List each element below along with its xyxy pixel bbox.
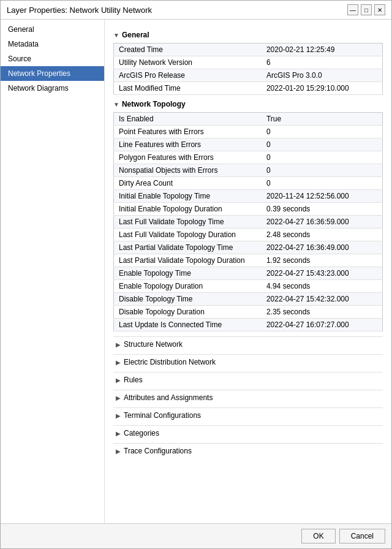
electric-distribution-network-chevron-icon: ▶ bbox=[116, 359, 121, 366]
property-value: 2020-02-21 12:25:49 bbox=[262, 44, 383, 56]
title-bar: Layer Properties: Network Utility Networ… bbox=[1, 1, 391, 20]
collapsible-section-attributes-and-assignments: ▶Attributes and Assignments bbox=[113, 390, 383, 405]
table-row: Last Full Validate Topology Duration2.48… bbox=[114, 229, 383, 241]
property-label: Disable Topology Time bbox=[114, 293, 262, 306]
table-row: Enable Topology Time2022-04-27 15:43:23.… bbox=[114, 267, 383, 280]
property-value: 0 bbox=[262, 151, 383, 164]
sidebar-item-general[interactable]: General bbox=[1, 22, 104, 37]
table-row: Last Update Is Connected Time2022-04-27 … bbox=[114, 319, 383, 331]
table-row: ArcGIS Pro ReleaseArcGIS Pro 3.0.0 bbox=[114, 69, 383, 82]
attributes-and-assignments-label: Attributes and Assignments bbox=[124, 393, 213, 402]
topology-chevron-icon: ▼ bbox=[113, 101, 119, 108]
property-value: 0.39 seconds bbox=[262, 203, 383, 216]
collapsible-header-structure-network[interactable]: ▶Structure Network bbox=[113, 336, 383, 352]
property-label: Last Partial Validate Topology Duration bbox=[114, 254, 262, 267]
property-label: Last Update Is Connected Time bbox=[114, 319, 262, 331]
table-row: Line Features with Errors0 bbox=[114, 138, 383, 151]
collapsible-header-electric-distribution-network[interactable]: ▶Electric Distribution Network bbox=[113, 354, 383, 369]
table-row: Polygon Features with Errors0 bbox=[114, 151, 383, 164]
collapsible-header-attributes-and-assignments[interactable]: ▶Attributes and Assignments bbox=[113, 390, 383, 405]
collapsible-section-terminal-configurations: ▶Terminal Configurations bbox=[113, 407, 383, 423]
table-row: Last Partial Validate Topology Time2022-… bbox=[114, 241, 383, 254]
property-value: 0 bbox=[262, 138, 383, 151]
categories-label: Categories bbox=[124, 429, 159, 437]
collapsible-header-terminal-configurations[interactable]: ▶Terminal Configurations bbox=[113, 407, 383, 423]
property-value: 2022-04-27 16:07:27.000 bbox=[262, 319, 383, 331]
table-row: Last Full Validate Topology Time2022-04-… bbox=[114, 216, 383, 229]
title-bar-controls: — □ ✕ bbox=[347, 4, 385, 15]
attributes-and-assignments-chevron-icon: ▶ bbox=[116, 395, 121, 401]
table-row: Initial Enable Topology Duration0.39 sec… bbox=[114, 203, 383, 216]
table-row: Last Partial Validate Topology Duration1… bbox=[114, 254, 383, 267]
sidebar-item-metadata[interactable]: Metadata bbox=[1, 37, 104, 51]
rules-label: Rules bbox=[124, 376, 143, 384]
property-label: Enable Topology Duration bbox=[114, 280, 262, 293]
property-value: 6 bbox=[262, 56, 383, 69]
maximize-button[interactable]: □ bbox=[361, 4, 372, 15]
trace-configurations-label: Trace Configurations bbox=[124, 447, 192, 455]
network-topology-properties-table: Is EnabledTruePoint Features with Errors… bbox=[113, 112, 383, 331]
collapsible-section-categories: ▶Categories bbox=[113, 425, 383, 441]
general-chevron-icon: ▼ bbox=[113, 32, 119, 39]
collapsible-section-rules: ▶Rules bbox=[113, 372, 383, 387]
property-label: Enable Topology Time bbox=[114, 267, 262, 280]
minimize-button[interactable]: — bbox=[347, 4, 358, 15]
table-row: Is EnabledTrue bbox=[114, 113, 383, 126]
collapsible-section-electric-distribution-network: ▶Electric Distribution Network bbox=[113, 354, 383, 369]
table-row: Last Modified Time2022-01-20 15:29:10.00… bbox=[114, 82, 383, 95]
sidebar-item-network-properties[interactable]: Network Properties bbox=[1, 66, 104, 81]
structure-network-chevron-icon: ▶ bbox=[116, 341, 121, 348]
close-button[interactable]: ✕ bbox=[374, 4, 385, 15]
property-value: 0 bbox=[262, 126, 383, 138]
general-section-header: ▼ General bbox=[113, 31, 383, 39]
dialog-footer: OK Cancel bbox=[1, 523, 391, 548]
property-value: 0 bbox=[262, 164, 383, 177]
property-label: Last Modified Time bbox=[114, 82, 262, 95]
property-label: Last Partial Validate Topology Time bbox=[114, 241, 262, 254]
table-row: Utility Network Version6 bbox=[114, 56, 383, 69]
table-row: Created Time2020-02-21 12:25:49 bbox=[114, 44, 383, 56]
property-label: Nonspatial Objects with Errors bbox=[114, 164, 262, 177]
property-label: Line Features with Errors bbox=[114, 138, 262, 151]
sidebar-item-source[interactable]: Source bbox=[1, 51, 104, 66]
property-value: True bbox=[262, 113, 383, 126]
table-row: Enable Topology Duration4.94 seconds bbox=[114, 280, 383, 293]
general-properties-table: Created Time2020-02-21 12:25:49Utility N… bbox=[113, 43, 383, 95]
collapsible-header-categories[interactable]: ▶Categories bbox=[113, 425, 383, 441]
property-value: 2022-01-20 15:29:10.000 bbox=[262, 82, 383, 95]
collapsible-section-trace-configurations: ▶Trace Configurations bbox=[113, 443, 383, 458]
network-topology-section-title: Network Topology bbox=[122, 100, 186, 108]
electric-distribution-network-label: Electric Distribution Network bbox=[124, 358, 216, 366]
property-value: 2022-04-27 16:36:49.000 bbox=[262, 241, 383, 254]
rules-chevron-icon: ▶ bbox=[116, 377, 121, 384]
table-row: Initial Enable Topology Time2020-11-24 1… bbox=[114, 190, 383, 203]
trace-configurations-chevron-icon: ▶ bbox=[116, 448, 121, 455]
property-label: ArcGIS Pro Release bbox=[114, 69, 262, 82]
collapsible-header-rules[interactable]: ▶Rules bbox=[113, 372, 383, 387]
structure-network-label: Structure Network bbox=[124, 340, 183, 349]
table-row: Nonspatial Objects with Errors0 bbox=[114, 164, 383, 177]
table-row: Disable Topology Duration2.35 seconds bbox=[114, 306, 383, 319]
property-label: Disable Topology Duration bbox=[114, 306, 262, 319]
table-row: Point Features with Errors0 bbox=[114, 126, 383, 138]
terminal-configurations-label: Terminal Configurations bbox=[124, 411, 201, 420]
property-value: 1.92 seconds bbox=[262, 254, 383, 267]
property-label: Initial Enable Topology Duration bbox=[114, 203, 262, 216]
table-row: Dirty Area Count0 bbox=[114, 177, 383, 190]
sidebar-item-network-diagrams[interactable]: Network Diagrams bbox=[1, 81, 104, 96]
property-value: ArcGIS Pro 3.0.0 bbox=[262, 69, 383, 82]
property-label: Polygon Features with Errors bbox=[114, 151, 262, 164]
cancel-button[interactable]: Cancel bbox=[339, 529, 385, 543]
property-value: 2022-04-27 15:42:32.000 bbox=[262, 293, 383, 306]
property-value: 2.48 seconds bbox=[262, 229, 383, 241]
collapsible-header-trace-configurations[interactable]: ▶Trace Configurations bbox=[113, 443, 383, 458]
ok-button[interactable]: OK bbox=[301, 529, 335, 543]
categories-chevron-icon: ▶ bbox=[116, 430, 121, 437]
property-label: Utility Network Version bbox=[114, 56, 262, 69]
general-section-title: General bbox=[122, 31, 149, 39]
property-label: Last Full Validate Topology Duration bbox=[114, 229, 262, 241]
collapsible-section-structure-network: ▶Structure Network bbox=[113, 336, 383, 352]
terminal-configurations-chevron-icon: ▶ bbox=[116, 412, 121, 419]
property-value: 2022-04-27 15:43:23.000 bbox=[262, 267, 383, 280]
property-value: 2020-11-24 12:52:56.000 bbox=[262, 190, 383, 203]
